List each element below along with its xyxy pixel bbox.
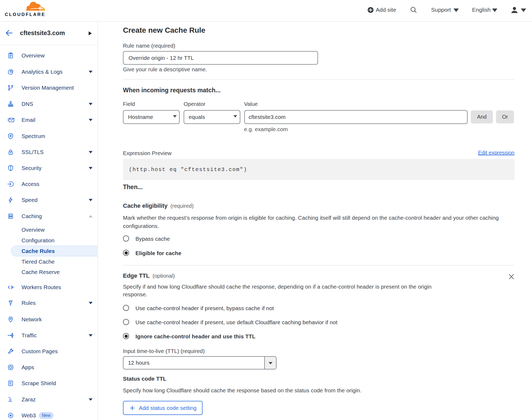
svg-text:CLOUDFLARE: CLOUDFLARE (5, 12, 46, 17)
